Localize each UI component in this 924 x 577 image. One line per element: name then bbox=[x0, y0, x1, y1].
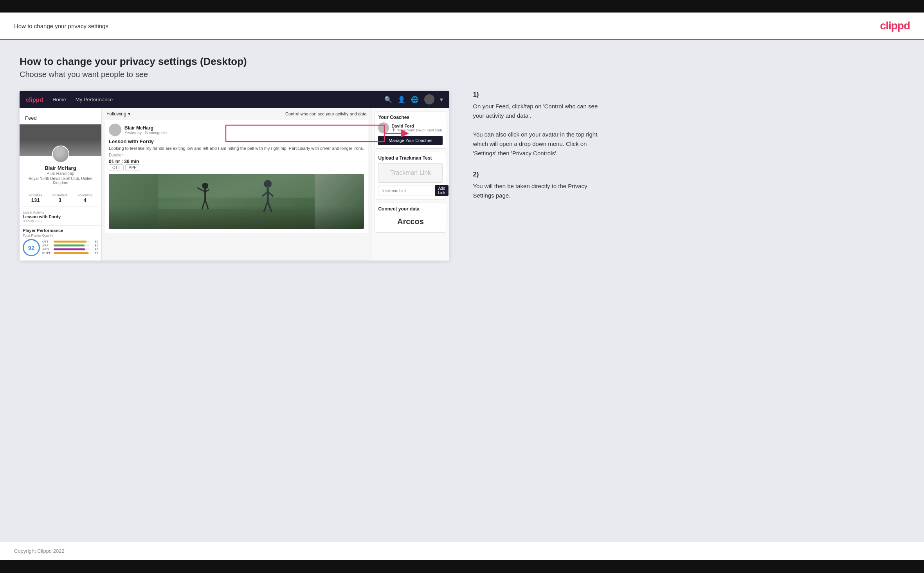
profile-handicap: Plus Handicap bbox=[23, 171, 98, 176]
feed-duration-value: 01 hr : 30 min bbox=[109, 159, 364, 164]
instruction-2-number: 2) bbox=[473, 171, 598, 178]
trackman-placeholder-text: Trackman Link bbox=[390, 169, 431, 176]
app-nav: clippd Home My Performance 🔍 👤 🌐 ▾ bbox=[20, 91, 449, 108]
latest-activity: Latest Activity Lesson with Fordy 03 Aug… bbox=[20, 208, 101, 225]
arccos-brand: Arccos bbox=[378, 214, 443, 229]
tpq-bar-row: OTT 90 bbox=[42, 240, 98, 243]
coach-club-name: Royal North Devon Golf Club bbox=[396, 128, 442, 132]
stat-activities: Activities 131 bbox=[29, 193, 43, 203]
app-nav-home[interactable]: Home bbox=[52, 97, 66, 102]
main-content: How to change your privacy settings (Des… bbox=[0, 40, 924, 542]
tpq-bar-label: PUTT bbox=[42, 252, 52, 255]
following-chevron-icon: ▾ bbox=[128, 111, 130, 117]
app-nav-right: 🔍 👤 🌐 ▾ bbox=[384, 94, 443, 104]
trackman-section: Upload a Trackman Test Trackman Link Add… bbox=[375, 152, 446, 200]
app-nav-logo: clippd bbox=[26, 96, 43, 103]
footer: Copyright Clippd 2022 bbox=[0, 542, 924, 560]
header: How to change your privacy settings clip… bbox=[0, 13, 924, 40]
tpq-bar-value: 85 bbox=[91, 244, 98, 247]
location-pin-icon: 📍 bbox=[391, 128, 396, 132]
profile-name: Blair McHarg bbox=[23, 165, 98, 171]
trackman-input-row: Add Link bbox=[378, 185, 443, 196]
add-link-button[interactable]: Add Link bbox=[435, 185, 448, 196]
tpq-row: 92 OTT 90 APP 85 ARG 86 PUTT bbox=[23, 239, 98, 256]
coaches-title: Your Coaches bbox=[378, 115, 443, 120]
tpq-bar-label: APP bbox=[42, 244, 52, 247]
coach-name: David Ford bbox=[391, 124, 442, 128]
header-title: How to change your privacy settings bbox=[14, 23, 108, 29]
tpq-bar-track bbox=[54, 244, 90, 246]
chevron-down-icon[interactable]: ▾ bbox=[440, 96, 443, 103]
trackman-link-input[interactable] bbox=[378, 185, 433, 196]
search-icon[interactable]: 🔍 bbox=[384, 96, 392, 103]
app-body: Feed Blair McHarg Plus Handicap Royal No… bbox=[20, 108, 449, 261]
profile-avatar bbox=[52, 146, 69, 163]
tpq-label: Total Player Quality bbox=[23, 234, 98, 237]
instruction-1-number: 1) bbox=[473, 91, 598, 99]
app-feed: Following ▾ Control who can see your act… bbox=[102, 108, 371, 261]
tpq-bar-value: 90 bbox=[91, 240, 98, 243]
sidebar-feed-tab[interactable]: Feed bbox=[20, 112, 101, 124]
svg-rect-2 bbox=[158, 174, 315, 198]
copyright: Copyright Clippd 2022 bbox=[14, 548, 65, 554]
svg-point-9 bbox=[264, 180, 272, 188]
tpq-bar-fill bbox=[54, 244, 85, 246]
stat-followers: Followers 3 bbox=[52, 193, 68, 203]
tag-app: APP bbox=[125, 164, 140, 171]
feed-duration-label: Duration bbox=[109, 153, 364, 157]
coach-avatar bbox=[378, 122, 389, 133]
control-privacy-link[interactable]: Control who can see your activity and da… bbox=[285, 111, 366, 116]
tpq-bar-value: 86 bbox=[91, 248, 98, 251]
content-row: clippd Home My Performance 🔍 👤 🌐 ▾ bbox=[20, 91, 904, 261]
stat-following: Following 4 bbox=[77, 193, 92, 203]
tpq-bar-label: ARG bbox=[42, 248, 52, 251]
coach-info: David Ford 📍 Royal North Devon Golf Club bbox=[391, 124, 442, 132]
app-screenshot: clippd Home My Performance 🔍 👤 🌐 ▾ bbox=[20, 91, 449, 261]
user-icon[interactable]: 👤 bbox=[398, 96, 405, 103]
page-subheading: Choose what you want people to see bbox=[20, 70, 904, 79]
following-label: Following bbox=[106, 111, 126, 117]
profile-stats: Activities 131 Followers 3 Following 4 bbox=[22, 190, 99, 207]
manage-coaches-button[interactable]: Manage Your Coaches bbox=[378, 136, 443, 145]
feed-header: Following ▾ Control who can see your act… bbox=[105, 111, 368, 117]
profile-club: Royal North Devon Golf Club, United King… bbox=[23, 176, 98, 185]
instruction-1-text: On your Feed, click/tap on 'Control who … bbox=[473, 102, 598, 158]
stat-activities-label: Activities bbox=[29, 193, 43, 197]
tpq-bar-row: PUTT 96 bbox=[42, 252, 98, 255]
feed-user-avatar bbox=[109, 124, 121, 136]
tag-ott: OTT bbox=[109, 164, 124, 171]
top-bar bbox=[0, 0, 924, 13]
following-button[interactable]: Following ▾ bbox=[106, 111, 130, 117]
app-nav-performance[interactable]: My Performance bbox=[76, 97, 113, 102]
profile-info: Blair McHarg Plus Handicap Royal North D… bbox=[20, 165, 101, 188]
tpq-circle: 92 bbox=[23, 239, 40, 256]
svg-point-3 bbox=[202, 183, 208, 189]
coach-item: David Ford 📍 Royal North Devon Golf Club bbox=[378, 122, 443, 133]
connect-title: Connect your data bbox=[378, 206, 443, 212]
trackman-placeholder: Trackman Link bbox=[378, 163, 443, 183]
avatar-image bbox=[53, 146, 68, 162]
stat-followers-value: 3 bbox=[52, 197, 68, 203]
tpq-bars: OTT 90 APP 85 ARG 86 PUTT 96 bbox=[42, 240, 98, 255]
latest-activity-value: Lesson with Fordy bbox=[23, 214, 98, 219]
feed-user-location: Yesterday · Sunningdale bbox=[124, 131, 167, 135]
tpq-bar-fill bbox=[54, 248, 85, 250]
trackman-title: Upload a Trackman Test bbox=[378, 155, 443, 161]
tpq-bar-track bbox=[54, 241, 90, 243]
tpq-bar-fill bbox=[54, 252, 88, 254]
instruction-2-text: You will then be taken directly to the P… bbox=[473, 182, 598, 200]
feed-image-overlay bbox=[109, 205, 364, 229]
feed-card-header: Blair McHarg Yesterday · Sunningdale bbox=[109, 124, 364, 136]
tpq-bar-track bbox=[54, 248, 90, 250]
tpq-bar-value: 96 bbox=[91, 252, 98, 255]
app-right-panel: Your Coaches David Ford 📍 Royal North De… bbox=[371, 108, 449, 261]
user-avatar[interactable] bbox=[424, 94, 434, 104]
player-performance: Player Performance Total Player Quality … bbox=[20, 225, 101, 259]
logo: clippd bbox=[880, 20, 910, 32]
feed-image bbox=[109, 174, 364, 229]
location-icon[interactable]: 🌐 bbox=[411, 96, 419, 103]
stat-following-value: 4 bbox=[77, 197, 92, 203]
perf-title: Player Performance bbox=[23, 228, 98, 233]
feed-user-info: Blair McHarg Yesterday · Sunningdale bbox=[124, 125, 167, 135]
feed-tags: OTT APP bbox=[109, 164, 364, 171]
